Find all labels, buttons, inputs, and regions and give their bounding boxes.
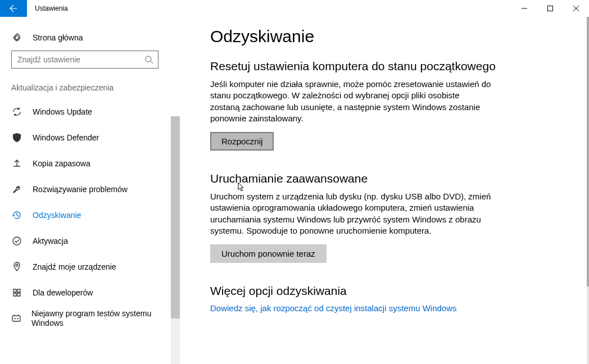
sidebar: Strona główna Aktualizacja i zabezpiecze… (0, 17, 180, 364)
search-icon (144, 55, 153, 64)
minimize-icon (522, 6, 527, 11)
sidebar-item-activation[interactable]: Aktywacja (11, 228, 170, 254)
sidebar-item-label: Niejawny program testów systemu Windows (31, 306, 170, 332)
close-button[interactable] (563, 0, 589, 17)
upload-icon (11, 158, 22, 169)
search-input[interactable] (16, 54, 144, 65)
sidebar-item-label: Aktywacja (33, 236, 68, 245)
scrollbar-thumb[interactable] (171, 116, 180, 319)
check-circle-icon (11, 236, 22, 246)
sidebar-item-label: Dla deweloperów (33, 288, 93, 297)
section-reset: Resetuj ustawienia komputera do stanu po… (210, 60, 578, 151)
sidebar-item-troubleshoot[interactable]: Rozwiązywanie problemów (11, 176, 170, 202)
sidebar-item-insider[interactable]: Niejawny program testów systemu Windows (11, 306, 170, 331)
content: Strona główna Aktualizacja i zabezpiecze… (0, 17, 589, 364)
sidebar-item-backup[interactable]: Kopia zapasowa (11, 151, 170, 176)
svg-point-6 (17, 318, 18, 319)
wrench-icon (11, 184, 22, 194)
sidebar-item-label: Znajdź moje urządzenie (33, 262, 116, 271)
section-advanced-startup: Uruchamianie zaawansowane Uruchom system… (210, 172, 578, 263)
sidebar-item-label: Odzyskiwanie (33, 211, 81, 220)
svg-point-2 (13, 237, 21, 245)
main-content: Odzyskiwanie Resetuj ustawienia komputer… (180, 17, 589, 364)
svg-rect-4 (12, 316, 20, 321)
location-icon (11, 262, 22, 272)
section-title: Resetuj ustawienia komputera do stanu po… (210, 60, 578, 73)
minimize-button[interactable] (511, 0, 537, 17)
maximize-button[interactable] (537, 0, 563, 17)
back-button[interactable] (0, 0, 27, 17)
svg-point-1 (146, 56, 151, 62)
svg-point-5 (14, 318, 15, 319)
close-icon (573, 6, 579, 11)
svg-point-3 (16, 264, 18, 266)
section-desc: Uruchom system z urządzenia lub dysku (n… (210, 191, 491, 236)
sidebar-item-label: Kopia zapasowa (33, 159, 90, 168)
main-scrollbar[interactable] (587, 17, 589, 364)
sidebar-item-find-device[interactable]: Znajdź moje urządzenie (11, 254, 170, 280)
page-title: Odzyskiwanie (210, 27, 578, 46)
restart-now-button[interactable]: Uruchom ponownie teraz (210, 244, 327, 263)
history-icon (11, 210, 22, 220)
sidebar-item-windows-defender[interactable]: Windows Defender (11, 125, 170, 151)
reset-start-button[interactable]: Rozpocznij (210, 132, 274, 151)
insider-icon (11, 313, 21, 324)
section-more-recovery: Więcej opcji odzyskiwania Dowiedz się, j… (210, 284, 578, 313)
arrow-left-icon (9, 4, 18, 13)
section-title: Więcej opcji odzyskiwania (210, 284, 578, 298)
shield-icon (11, 133, 22, 143)
sidebar-item-developers[interactable]: Dla deweloperów (11, 280, 170, 306)
search-box[interactable] (11, 51, 158, 69)
svg-rect-0 (548, 6, 553, 11)
window-title: Ustawienia (27, 0, 511, 17)
developer-icon (11, 288, 22, 298)
clean-install-link[interactable]: Dowiedz się, jak rozpocząć od czystej in… (210, 303, 457, 313)
sidebar-item-label: Windows Defender (33, 133, 99, 142)
sidebar-item-windows-update[interactable]: Windows Update (11, 99, 170, 125)
maximize-icon (547, 6, 553, 11)
nav-group-header: Aktualizacja i zabezpieczenia (11, 83, 170, 92)
home-link[interactable]: Strona główna (11, 28, 170, 49)
home-label: Strona główna (33, 33, 83, 42)
window-controls (511, 0, 589, 17)
sidebar-item-label: Rozwiązywanie problemów (33, 185, 128, 194)
sidebar-item-label: Windows Update (33, 107, 92, 116)
sidebar-scrollbar[interactable] (171, 116, 180, 364)
section-desc: Jeśli komputer nie działa sprawnie, może… (210, 79, 491, 124)
sync-icon (11, 107, 22, 117)
scrollbar-thumb[interactable] (587, 17, 589, 286)
titlebar: Ustawienia (0, 0, 589, 17)
sidebar-item-recovery[interactable]: Odzyskiwanie (11, 202, 170, 228)
section-title: Uruchamianie zaawansowane (210, 172, 578, 185)
gear-icon (11, 33, 22, 43)
